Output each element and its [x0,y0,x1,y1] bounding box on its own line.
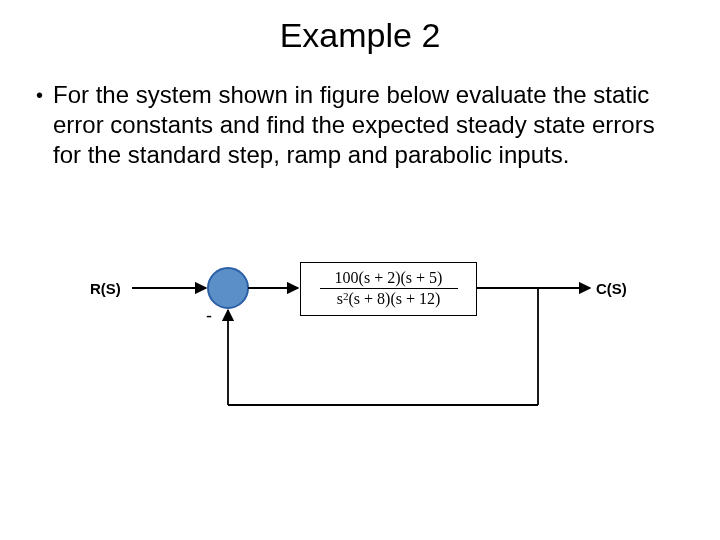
summing-junction-icon [208,268,248,308]
input-label: R(S) [90,280,121,297]
tf-numerator: 100(s + 2)(s + 5) [335,269,443,287]
slide: Example 2 • For the system shown in figu… [0,0,720,540]
fraction-bar [320,288,458,289]
bullet-dot: • [36,80,43,110]
transfer-function-block: 100(s + 2)(s + 5) s2(s + 8)(s + 12) [300,262,477,316]
tf-denominator: s2(s + 8)(s + 12) [337,290,441,309]
output-label: C(S) [596,280,627,297]
block-diagram: - R(S) C(S) 100(s + 2)(s + 5) s2(s + 8)(… [60,240,660,460]
minus-sign: - [206,306,212,327]
slide-body: • For the system shown in figure below e… [36,80,684,170]
bullet-text: For the system shown in figure below eva… [53,80,684,170]
slide-title: Example 2 [0,16,720,55]
bullet-item: • For the system shown in figure below e… [36,80,684,170]
